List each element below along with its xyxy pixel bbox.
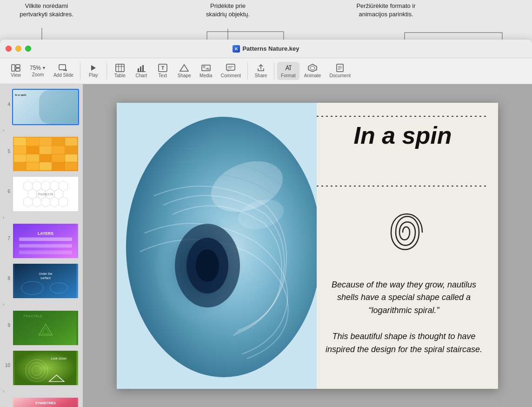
traffic-lights bbox=[6, 46, 31, 52]
slide-number-5: 5 bbox=[4, 136, 10, 154]
share-label: Share bbox=[255, 73, 267, 78]
view-label: View bbox=[11, 73, 21, 78]
play-button[interactable]: Play bbox=[83, 62, 104, 80]
maximize-button[interactable] bbox=[25, 46, 31, 52]
svg-rect-22 bbox=[142, 65, 144, 72]
slide-body-text: Because of the way they grow, nautilus s… bbox=[324, 279, 484, 356]
slide-number-8: 8 bbox=[4, 263, 10, 281]
slide-number-10: 10 bbox=[4, 350, 10, 368]
shape-button[interactable]: Shape bbox=[174, 62, 195, 80]
svg-rect-21 bbox=[140, 67, 141, 72]
close-button[interactable] bbox=[6, 46, 12, 52]
svg-rect-9 bbox=[16, 65, 20, 67]
svg-rect-16 bbox=[116, 64, 124, 72]
table-label: Table bbox=[114, 73, 126, 78]
svg-rect-11 bbox=[59, 65, 66, 70]
comment-label: Comment bbox=[221, 73, 241, 78]
text-button[interactable]: T Text bbox=[153, 62, 173, 80]
slide-item-6[interactable]: 6 bbox=[0, 174, 83, 214]
dotted-border-top bbox=[317, 116, 489, 117]
chart-label: Chart bbox=[136, 73, 147, 78]
svg-marker-26 bbox=[180, 65, 188, 71]
animate-icon bbox=[308, 64, 317, 72]
chart-button[interactable]: Chart bbox=[131, 62, 152, 80]
slide-body-paragraph-1: Because of the way they grow, nautilus s… bbox=[324, 279, 484, 318]
svg-marker-72 bbox=[42, 327, 49, 334]
slide-item-11[interactable]: 11 SYMMETRIES bbox=[0, 395, 83, 407]
slide-thumb-6[interactable]: Perfect fit bbox=[12, 176, 79, 212]
table-icon bbox=[115, 64, 125, 72]
add-slide-button[interactable]: Add Slide bbox=[50, 62, 77, 80]
shape-label: Shape bbox=[178, 73, 191, 78]
svg-point-102 bbox=[196, 249, 219, 282]
play-label: Play bbox=[89, 73, 98, 78]
document-button[interactable]: Document bbox=[326, 62, 354, 80]
svg-rect-30 bbox=[226, 64, 235, 70]
svg-text:surface: surface bbox=[40, 276, 51, 280]
slide-item-7[interactable]: 7 LAYERS bbox=[0, 221, 83, 261]
dotted-border-mid bbox=[317, 186, 489, 187]
minimize-button[interactable] bbox=[15, 46, 21, 52]
slide-group-arrow-11[interactable]: › bbox=[0, 388, 83, 395]
text-label: Text bbox=[159, 73, 167, 78]
svg-rect-10 bbox=[16, 68, 20, 71]
slide-number-7: 7 bbox=[4, 223, 10, 241]
main-content: 4 In a spin › 5 bbox=[0, 84, 532, 407]
spiral-illustration bbox=[317, 190, 489, 274]
format-button[interactable]: Format bbox=[277, 62, 299, 80]
slide-item-8[interactable]: 8 Under the surface bbox=[0, 261, 83, 301]
svg-text:Under the: Under the bbox=[39, 272, 52, 275]
tooltip-lines bbox=[0, 0, 532, 40]
slide-thumb-5[interactable] bbox=[12, 136, 79, 172]
media-icon bbox=[201, 64, 211, 72]
svg-rect-20 bbox=[138, 68, 139, 72]
slide-thumb-9[interactable]: FRACTALS bbox=[12, 310, 79, 346]
toolbar-sep-1 bbox=[80, 63, 80, 80]
zoom-control[interactable]: 75% ▼ Zoom bbox=[27, 63, 49, 79]
window-title-text: Patterns Nature.key bbox=[242, 45, 299, 52]
slide-item-10[interactable]: 10 bbox=[0, 348, 83, 388]
slide-canvas[interactable]: In a spin Because of the way they grow, … bbox=[117, 103, 498, 389]
svg-rect-27 bbox=[202, 65, 210, 71]
svg-marker-71 bbox=[39, 324, 52, 335]
svg-rect-69 bbox=[15, 311, 77, 345]
svg-text:Look closer: Look closer bbox=[51, 357, 67, 360]
slide-thumb-7[interactable]: LAYERS bbox=[12, 223, 79, 259]
format-label: Format bbox=[281, 73, 296, 78]
slide-thumb-8[interactable]: Under the surface bbox=[12, 263, 79, 299]
document-icon bbox=[336, 64, 344, 72]
view-icon bbox=[11, 64, 20, 72]
slide-item-4[interactable]: 4 In a spin bbox=[0, 87, 83, 127]
slide-thumb-4[interactable]: In a spin bbox=[12, 89, 79, 125]
slide-item-9[interactable]: 9 FRACTALS bbox=[0, 308, 83, 348]
svg-text:FRACTALS: FRACTALS bbox=[24, 314, 42, 318]
slide-number-11: 11 bbox=[4, 397, 10, 407]
svg-marker-37 bbox=[308, 64, 317, 72]
svg-text:Perfect fit: Perfect fit bbox=[38, 192, 53, 196]
slide-group-arrow-9[interactable]: › bbox=[0, 301, 83, 308]
slide-group-arrow-5[interactable]: › bbox=[0, 127, 83, 134]
share-button[interactable]: Share bbox=[251, 62, 271, 80]
slide-panel: 4 In a spin › 5 bbox=[0, 84, 83, 407]
titlebar: K Patterns Nature.key bbox=[0, 40, 532, 58]
format-icon bbox=[284, 64, 293, 72]
keynote-window: K Patterns Nature.key View 75% ▼ Zoom bbox=[0, 40, 532, 407]
add-slide-label: Add Slide bbox=[53, 73, 73, 78]
tooltip-add: Pridėkite prieskaidrių objektų. bbox=[186, 2, 270, 19]
slide-thumb-10[interactable]: Look closer bbox=[12, 350, 79, 386]
slide-thumb-11[interactable]: SYMMETRIES bbox=[12, 397, 79, 407]
media-button[interactable]: Media bbox=[196, 62, 216, 80]
view-button[interactable]: View bbox=[6, 62, 26, 80]
slide-number-4: 4 bbox=[4, 89, 10, 107]
slide-group-arrow-7[interactable]: › bbox=[0, 214, 83, 221]
comment-button[interactable]: Comment bbox=[217, 62, 245, 80]
svg-text:T: T bbox=[161, 65, 164, 71]
table-button[interactable]: Table bbox=[110, 62, 130, 80]
slide-item-5[interactable]: 5 bbox=[0, 134, 83, 174]
svg-rect-64 bbox=[15, 264, 77, 298]
tooltip-drag: Vilkite norėdamipertvarkyti skaidres. bbox=[9, 2, 84, 19]
spiral-svg bbox=[366, 195, 440, 269]
shell-image bbox=[117, 103, 317, 389]
animate-button[interactable]: Animate bbox=[300, 62, 325, 80]
animate-label: Animate bbox=[304, 73, 321, 78]
